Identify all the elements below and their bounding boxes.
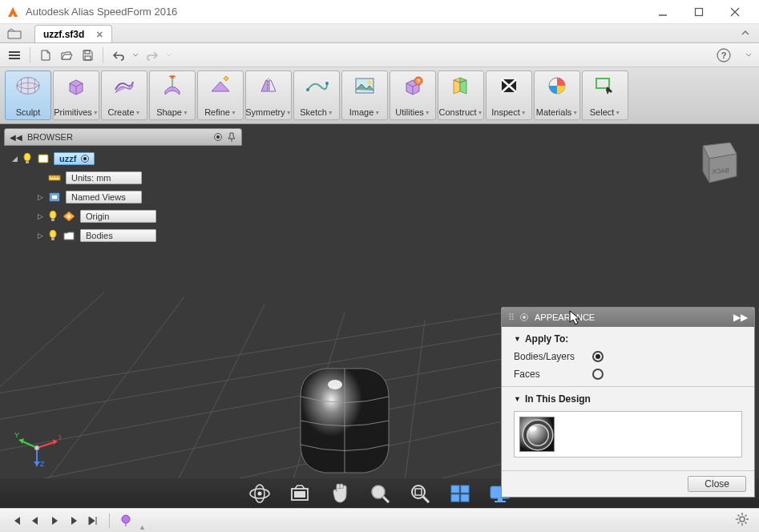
axis-triad[interactable]: X Y Z bbox=[13, 420, 61, 468]
expand-icon[interactable]: ▷ bbox=[36, 212, 44, 220]
appearance-body: ▼ Apply To: Bodies/Layers Faces ▼ In Thi… bbox=[502, 327, 754, 470]
expand-icon[interactable]: ◢ bbox=[10, 155, 18, 163]
zoom-icon[interactable] bbox=[367, 482, 393, 505]
save-icon[interactable] bbox=[79, 47, 95, 63]
svg-line-52 bbox=[383, 497, 389, 502]
svg-point-21 bbox=[328, 380, 342, 389]
help-icon[interactable]: ? bbox=[716, 47, 732, 63]
document-tab-active[interactable]: uzzf.sf3d × bbox=[34, 25, 112, 42]
expand-right-icon[interactable]: ▶▶ bbox=[733, 312, 748, 323]
tree-origin[interactable]: ▷ Origin bbox=[4, 207, 242, 226]
ribbon-sketch[interactable]: Sketch▼ bbox=[293, 71, 340, 120]
pan-icon[interactable] bbox=[327, 482, 353, 505]
minimize-button[interactable] bbox=[644, 0, 680, 24]
svg-rect-14 bbox=[356, 79, 373, 93]
expand-icon[interactable]: ▷ bbox=[36, 232, 44, 240]
orbit-icon[interactable] bbox=[247, 482, 273, 505]
timeline-prev-icon[interactable] bbox=[29, 514, 42, 527]
window-title: Autodesk Alias SpeedForm 2016 bbox=[26, 6, 644, 18]
lightbulb-icon[interactable] bbox=[47, 211, 59, 222]
ribbon-materials[interactable]: Materials▼ bbox=[534, 71, 580, 120]
lightbulb-icon[interactable] bbox=[47, 230, 59, 241]
material-swatch[interactable] bbox=[519, 417, 555, 452]
ribbon-refine[interactable]: Refine▼ bbox=[197, 71, 244, 120]
close-button[interactable]: Close bbox=[688, 476, 746, 492]
help-dropdown-icon[interactable] bbox=[745, 47, 753, 63]
apply-faces-row[interactable]: Faces bbox=[514, 369, 742, 380]
svg-line-55 bbox=[423, 497, 429, 502]
tree-bodies[interactable]: ▷ Bodies bbox=[4, 226, 242, 245]
primitives-icon bbox=[63, 75, 89, 97]
separator bbox=[30, 47, 30, 63]
undo-dropdown-icon[interactable] bbox=[131, 47, 139, 63]
look-icon[interactable] bbox=[287, 482, 313, 505]
svg-rect-20 bbox=[596, 79, 609, 88]
timeline-play-icon[interactable] bbox=[48, 514, 61, 527]
timeline-play-head-icon[interactable]: ▲ bbox=[139, 523, 146, 531]
viewport-layout-icon[interactable] bbox=[447, 482, 473, 505]
lightbulb-icon[interactable] bbox=[22, 153, 33, 164]
tree-origin-label: Origin bbox=[80, 210, 156, 223]
radio-on-icon[interactable] bbox=[592, 351, 604, 362]
tree-root[interactable]: ◢ uzzf bbox=[4, 149, 242, 168]
ribbon-label: Refine bbox=[204, 107, 230, 117]
in-this-design-section[interactable]: ▼ In This Design bbox=[514, 393, 742, 405]
tree-units[interactable]: Units: mm bbox=[4, 168, 242, 187]
tree-named-views[interactable]: ▷ Named Views bbox=[4, 187, 242, 207]
ribbon-utilities[interactable]: ? Utilities▼ bbox=[390, 71, 436, 120]
ribbon-construct[interactable]: Construct▼ bbox=[438, 71, 484, 120]
fit-icon[interactable] bbox=[407, 482, 433, 505]
redo-dropdown-icon[interactable] bbox=[165, 47, 173, 63]
ribbon-image[interactable]: Image▼ bbox=[341, 71, 388, 120]
window-controls bbox=[644, 0, 753, 24]
pin-icon[interactable] bbox=[227, 132, 236, 142]
svg-point-35 bbox=[50, 230, 56, 238]
browser-options-icon[interactable] bbox=[214, 133, 222, 141]
ribbon-inspect[interactable]: Inspect▼ bbox=[486, 71, 532, 120]
new-file-icon[interactable] bbox=[38, 47, 54, 63]
timeline-start-icon[interactable] bbox=[10, 514, 22, 527]
active-radio-icon[interactable] bbox=[81, 155, 89, 163]
svg-point-34 bbox=[67, 215, 71, 218]
apply-to-section[interactable]: ▼ Apply To: bbox=[514, 333, 742, 345]
apply-bodies-layers-row[interactable]: Bodies/Layers bbox=[514, 351, 742, 362]
browser-title: BROWSER bbox=[27, 132, 209, 142]
svg-point-66 bbox=[122, 515, 130, 523]
ribbon-sculpt[interactable]: Sculpt bbox=[5, 71, 51, 120]
settings-icon[interactable] bbox=[735, 512, 749, 530]
timeline-next-icon[interactable] bbox=[67, 514, 80, 527]
expand-down-icon[interactable]: ▼ bbox=[514, 395, 521, 403]
open-file-icon[interactable] bbox=[59, 47, 75, 63]
ribbon-select[interactable]: Select▼ bbox=[582, 71, 628, 120]
timeline-feature-marker[interactable] bbox=[119, 514, 132, 527]
close-button[interactable] bbox=[717, 0, 753, 24]
ribbon-primitives[interactable]: Primitives▼ bbox=[53, 71, 99, 120]
tab-close-icon[interactable]: × bbox=[96, 28, 103, 41]
timeline-end-icon[interactable] bbox=[87, 514, 99, 527]
collapse-ribbon-icon[interactable] bbox=[740, 27, 751, 42]
svg-rect-33 bbox=[51, 219, 55, 221]
materials-icon bbox=[544, 75, 570, 97]
collapse-left-icon[interactable]: ◀◀ bbox=[10, 133, 22, 142]
timeline-bar: ▲ bbox=[0, 508, 759, 532]
expand-icon[interactable]: ▷ bbox=[36, 193, 44, 201]
refine-icon bbox=[208, 75, 233, 97]
ruler-icon bbox=[47, 171, 62, 184]
drag-handle-icon[interactable]: ⠿ bbox=[508, 312, 514, 323]
ribbon-create[interactable]: Create▼ bbox=[101, 71, 147, 120]
menu-icon[interactable] bbox=[6, 47, 22, 63]
ribbon-shape[interactable]: Shape▼ bbox=[149, 71, 196, 120]
viewcube[interactable]: BACK RIGHT bbox=[688, 136, 743, 191]
browser-header[interactable]: ◀◀ BROWSER bbox=[4, 128, 242, 146]
home-tab-icon[interactable] bbox=[6, 26, 22, 41]
panel-options-icon[interactable] bbox=[520, 313, 528, 321]
redo-icon[interactable] bbox=[144, 47, 160, 63]
ribbon-symmetry[interactable]: Symmetry▼ bbox=[245, 71, 292, 120]
undo-icon[interactable] bbox=[111, 47, 127, 63]
ribbon: Sculpt Primitives▼ Create▼ Shape▼ Refine… bbox=[0, 67, 759, 124]
bodies-layers-label: Bodies/Layers bbox=[514, 351, 586, 362]
radio-off-icon[interactable] bbox=[592, 369, 604, 380]
maximize-button[interactable] bbox=[680, 0, 717, 24]
expand-down-icon[interactable]: ▼ bbox=[514, 335, 521, 343]
appearance-header[interactable]: ⠿ APPEARANCE ▶▶ bbox=[502, 308, 754, 327]
